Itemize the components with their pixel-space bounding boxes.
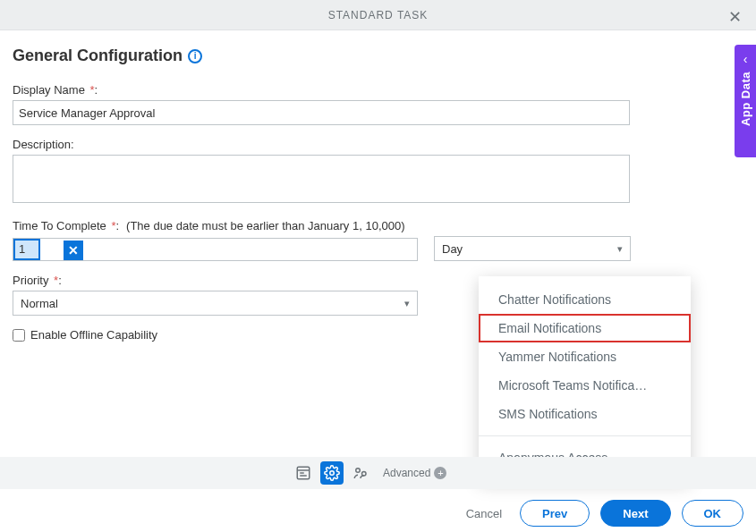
dialog-header: STANDARD TASK ✕ xyxy=(0,0,756,30)
description-input[interactable] xyxy=(13,155,630,203)
display-name-label-text: Display Name xyxy=(13,83,85,97)
ttc-label: Time To Complete *: xyxy=(13,219,119,232)
svg-point-2 xyxy=(356,469,361,473)
ttc-unit-select[interactable]: Day xyxy=(434,236,631,261)
plus-icon: + xyxy=(434,467,446,479)
app-data-side-tab[interactable]: ‹ App Data xyxy=(735,45,756,157)
required-icon: * xyxy=(50,274,58,287)
cancel-button[interactable]: Cancel xyxy=(459,502,509,526)
description-label: Description: xyxy=(13,138,743,151)
gear-icon[interactable] xyxy=(320,461,344,485)
priority-select[interactable]: Normal xyxy=(13,291,418,316)
offline-checkbox-label: Enable Offline Capability xyxy=(30,328,157,342)
section-heading: General Configuration i xyxy=(13,46,743,65)
side-tab-label: App Data xyxy=(739,72,752,126)
footer-buttons: Cancel Prev Next OK xyxy=(459,500,743,527)
people-icon[interactable] xyxy=(349,461,372,485)
popup-item-email[interactable]: Email Notifications xyxy=(479,314,691,342)
advanced-label-text: Advanced xyxy=(383,467,430,479)
popup-item-sms[interactable]: SMS Notifications xyxy=(479,400,691,428)
ok-button[interactable]: OK xyxy=(682,500,744,527)
description-label-text: Description: xyxy=(13,138,74,151)
ttc-unit-value: Day xyxy=(442,242,463,256)
dialog-title: STANDARD TASK xyxy=(328,9,429,21)
priority-label-text: Priority xyxy=(13,274,48,287)
priority-value: Normal xyxy=(21,297,58,310)
display-name-input[interactable] xyxy=(13,100,630,125)
required-icon: * xyxy=(87,83,95,97)
popup-item-chatter[interactable]: Chatter Notifications xyxy=(479,285,691,314)
ttc-hint: (The due date must be earlier than Janua… xyxy=(126,219,404,232)
svg-point-1 xyxy=(330,471,335,476)
chevron-left-icon: ‹ xyxy=(743,52,748,66)
bottom-toolbar: Advanced + xyxy=(0,457,756,489)
clear-icon[interactable]: ✕ xyxy=(64,241,83,260)
popup-item-msteams[interactable]: Microsoft Teams Notifica… xyxy=(479,371,691,400)
display-name-field: Display Name *: xyxy=(13,83,743,125)
close-icon[interactable]: ✕ xyxy=(723,5,747,29)
advanced-button[interactable]: Advanced + xyxy=(383,467,446,479)
description-field: Description: xyxy=(13,138,743,207)
notifications-popup: Chatter Notifications Email Notification… xyxy=(479,276,691,481)
info-icon[interactable]: i xyxy=(188,49,202,63)
display-name-label: Display Name *: xyxy=(13,83,743,97)
prev-button[interactable]: Prev xyxy=(520,500,590,527)
ttc-label-text: Time To Complete xyxy=(13,219,106,232)
ttc-value-input[interactable]: 1 xyxy=(13,239,40,260)
ttc-input-wrap: 1 ✕ xyxy=(13,238,418,261)
section-heading-text: General Configuration xyxy=(13,46,183,65)
required-icon: * xyxy=(108,219,116,232)
popup-divider xyxy=(479,435,691,436)
popup-item-yammer[interactable]: Yammer Notifications xyxy=(479,342,691,371)
next-button[interactable]: Next xyxy=(600,500,670,527)
colon: : xyxy=(95,83,98,97)
form-icon[interactable] xyxy=(292,461,315,485)
offline-checkbox[interactable] xyxy=(13,329,25,342)
ttc-field: Time To Complete *: (The due date must b… xyxy=(13,219,743,261)
